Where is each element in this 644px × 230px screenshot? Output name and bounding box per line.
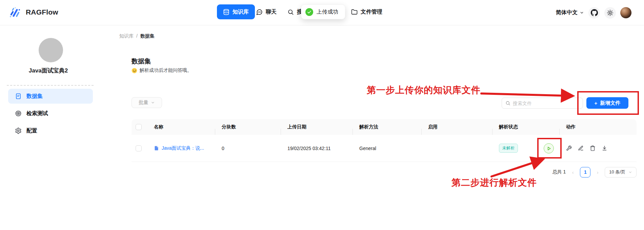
trash-icon[interactable] [590,145,596,151]
brand[interactable]: RAGFlow [8,5,58,19]
page-title: 数据集 [132,57,151,66]
theme-toggle-button[interactable] [604,7,616,19]
next-page-button[interactable]: › [595,169,600,175]
breadcrumb-root[interactable]: 知识库 [119,33,134,39]
sidebar-item-label: 检索测试 [26,110,48,117]
upload-success-toast: 上传成功 [301,4,345,19]
sidebar-item-label: 配置 [26,127,37,134]
kb-sidebar: Java面试宝典2 数据集 检索测试 [0,25,97,230]
parse-play-button[interactable] [544,143,554,153]
check-circle-icon [305,8,313,16]
parse-status-badge: 未解析 [499,144,518,153]
dataset-table: 名称 分块数 上传日期 解析方法 启用 解析状态 动作 Java面试宝典：说..… [132,119,637,162]
database-icon [223,9,229,15]
sidebar-item-configuration[interactable]: 配置 [8,123,93,138]
breadcrumb-current: 数据集 [140,33,155,39]
cell-parse-method: General [353,146,421,151]
col-chunks: 分块数 [215,124,281,130]
chat-bubble-icon [256,9,263,15]
brand-name: RAGFlow [26,8,58,16]
annotation-step1: 第一步上传你的知识库文件 [367,84,481,96]
nav-label: 文件管理 [361,8,382,16]
pagination: 总共 1 ‹ 1 › 10 条/页 [522,167,637,177]
file-search-input[interactable] [513,101,579,106]
smiley-icon [132,68,137,74]
kb-avatar [39,38,63,62]
breadcrumb-separator: / [136,33,138,39]
folder-icon [351,9,358,15]
col-actions: 动作 [559,124,637,130]
nav-chat[interactable]: 聊天 [256,4,277,19]
add-file-label: 新增文件 [600,100,620,106]
user-avatar[interactable] [620,7,631,18]
language-selector[interactable]: 简体中文 [556,9,584,16]
col-upload-date: 上传日期 [281,124,353,130]
dataset-doc-icon [15,93,22,100]
download-icon[interactable] [602,145,607,151]
select-all-checkbox[interactable] [136,124,142,130]
tool-wrench-icon[interactable] [566,145,572,151]
github-icon [591,9,598,16]
bulk-label: 批量 [139,100,148,106]
file-search-box [502,98,583,109]
col-name: 名称 [154,124,215,130]
github-button[interactable] [588,7,600,19]
page-subtitle: 解析成功后才能问答哦。 [132,67,192,74]
file-name-link[interactable]: Java面试宝典：说... [162,145,204,151]
cell-upload-date: 19/02/2025 03:42:11 [281,146,353,151]
search-icon [505,101,510,106]
language-label: 简体中文 [556,9,578,16]
nav-knowledge-base[interactable]: 知识库 [217,4,255,19]
nav-label: 聊天 [266,8,277,16]
row-checkbox[interactable] [136,145,142,151]
kb-name: Java面试宝典2 [0,67,97,75]
cell-chunks: 0 [215,146,281,151]
plus-icon: + [595,100,598,106]
table-header-row: 名称 分块数 上传日期 解析方法 启用 解析状态 动作 [132,119,637,135]
sidebar-item-retrieval-test[interactable]: 检索测试 [8,106,93,121]
add-file-button[interactable]: + 新增文件 [586,97,628,109]
sidebar-item-dataset[interactable]: 数据集 [8,89,93,104]
file-icon [154,146,159,151]
ragflow-logo-icon [8,5,22,19]
page-subtitle-text: 解析成功后才能问答哦。 [140,67,192,74]
prev-page-button[interactable]: ‹ [570,169,575,175]
page-size-label: 10 条/页 [609,169,625,175]
table-row: Java面试宝典：说... 0 19/02/2025 03:42:11 Gene… [132,135,637,162]
annotation-step2: 第二步进行解析文件 [451,176,537,189]
page-number-1[interactable]: 1 [580,167,590,177]
chevron-down-icon [628,170,632,174]
sidebar-item-label: 数据集 [26,93,43,100]
chevron-down-icon [580,11,584,15]
page-size-select[interactable]: 10 条/页 [605,167,637,177]
bulk-button[interactable]: 批量 [132,97,162,108]
col-parse-status: 解析状态 [492,124,559,130]
breadcrumb: 知识库 / 数据集 [119,33,155,39]
sidebar-divider [7,85,94,86]
col-parse-method: 解析方法 [353,124,421,130]
col-enabled: 启用 [421,124,492,130]
play-icon [547,146,551,151]
annotation-arrows [0,0,644,230]
edit-pencil-icon[interactable] [578,145,584,151]
gear-icon [15,127,22,134]
toast-message: 上传成功 [317,8,338,16]
nav-label: 知识库 [233,8,249,16]
bullseye-icon [15,110,22,117]
search-icon [287,9,294,15]
sun-icon [607,9,613,16]
chevron-down-icon [151,101,155,105]
app-header: RAGFlow 知识库 聊天 搜索 [0,0,644,25]
nav-file-management[interactable]: 文件管理 [351,4,382,19]
pagination-total: 总共 1 [552,169,566,175]
